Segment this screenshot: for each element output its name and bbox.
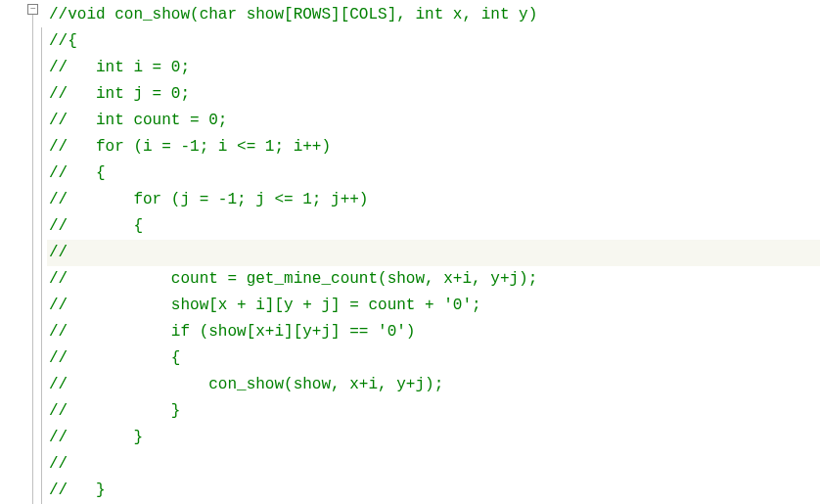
token-comment: //: [49, 244, 68, 261]
token-comment: // {: [49, 217, 143, 235]
token-comment: // }: [49, 481, 106, 499]
token-comment: // if (show[x+i][y+j] == '0'): [49, 323, 415, 341]
fold-icon: −: [29, 5, 35, 15]
token-comment: // }: [49, 402, 180, 420]
code-line[interactable]: // con_show(show, x+i, y+j);: [47, 372, 820, 398]
code-area[interactable]: //void con_show(char show[ROWS][COLS], i…: [47, 0, 820, 504]
code-line[interactable]: // count = get_mine_count(show, x+i, y+j…: [47, 266, 820, 293]
code-line[interactable]: // }: [47, 425, 820, 451]
token-comment: // show[x + i][y + j] = count + '0';: [49, 297, 481, 314]
code-line[interactable]: //: [47, 240, 820, 266]
token-comment: //void con_show(char show[ROWS][COLS], i…: [49, 6, 537, 23]
code-line[interactable]: // for (j = -1; j <= 1; j++): [47, 187, 820, 213]
token-comment: // con_show(show, x+i, y+j);: [49, 376, 443, 393]
token-comment: // {: [49, 164, 106, 182]
token-comment: // {: [49, 349, 180, 367]
token-comment: // int i = 0;: [49, 59, 190, 76]
code-line[interactable]: //: [47, 451, 820, 478]
token-comment: // int count = 0;: [49, 112, 227, 129]
code-line[interactable]: // {: [47, 345, 820, 372]
gutter: −: [0, 0, 47, 504]
token-comment: // count = get_mine_count(show, x+i, y+j…: [49, 270, 537, 288]
fold-guide-line: [32, 15, 33, 504]
code-line[interactable]: // }: [47, 398, 820, 425]
token-comment: // for (i = -1; i <= 1; i++): [49, 138, 331, 156]
code-line[interactable]: // int j = 0;: [47, 81, 820, 108]
code-line[interactable]: // for (i = -1; i <= 1; i++): [47, 134, 820, 160]
code-line[interactable]: // int i = 0;: [47, 55, 820, 81]
fold-toggle[interactable]: −: [27, 4, 38, 15]
code-line[interactable]: // if (show[x+i][y+j] == '0'): [47, 319, 820, 345]
token-comment: // }: [49, 429, 143, 446]
code-line[interactable]: //void con_show(char show[ROWS][COLS], i…: [47, 2, 820, 28]
token-comment: //{: [49, 32, 77, 50]
code-editor[interactable]: − //void con_show(char show[ROWS][COLS],…: [0, 0, 820, 504]
token-comment: //: [49, 455, 68, 473]
token-comment: // int j = 0;: [49, 85, 190, 103]
inner-guide-line: [41, 27, 42, 504]
code-line[interactable]: //{: [47, 28, 820, 55]
code-line[interactable]: // show[x + i][y + j] = count + '0';: [47, 293, 820, 319]
token-comment: // for (j = -1; j <= 1; j++): [49, 191, 368, 208]
code-line[interactable]: // int count = 0;: [47, 108, 820, 134]
code-line[interactable]: // {: [47, 213, 820, 240]
code-line[interactable]: // }: [47, 478, 820, 504]
code-line[interactable]: // {: [47, 160, 820, 187]
